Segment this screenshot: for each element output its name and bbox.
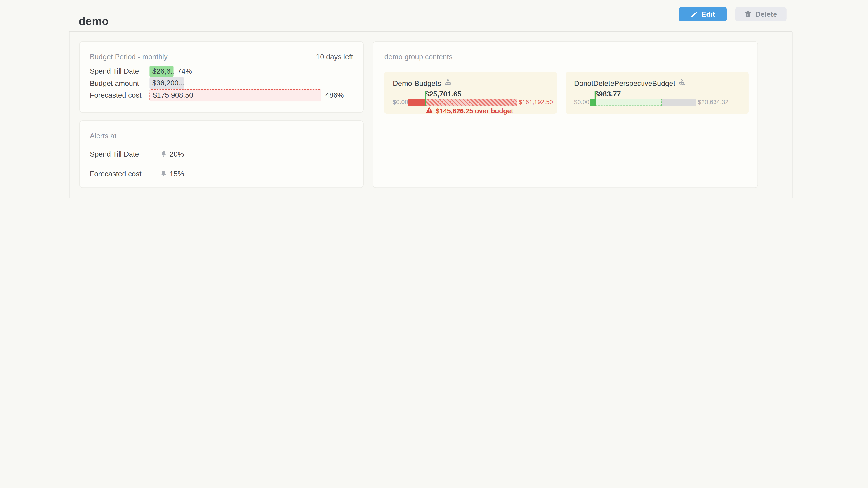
bar-segment-hatched-red [426, 99, 517, 106]
bar-segment-solid-red [408, 99, 426, 106]
delete-button-label: Delete [755, 10, 777, 18]
trash-icon [745, 11, 752, 18]
metric-label: Forecasted cost [90, 91, 149, 99]
content-right-edge [792, 32, 793, 198]
metric-label: Spend Till Date [90, 67, 149, 75]
header-divider [69, 31, 792, 32]
group-budget-name: Demo-Budgets [393, 79, 451, 88]
page-title: demo [79, 15, 109, 28]
metric-percent: 486% [325, 91, 344, 99]
budget-period-row: Spend Till Date$26,6...74% [90, 65, 355, 77]
alert-value: 15% [169, 169, 184, 177]
budget-period-card: Budget Period - monthly 10 days left Spe… [79, 41, 364, 113]
group-budget-name: DonotDeletePerspectiveBudget [574, 79, 685, 88]
group-budget-item[interactable]: Demo-Budgets$25,701.65$0.00$161,192.50$1… [384, 72, 557, 113]
bar-min-label: $0.00 [574, 99, 589, 105]
over-budget-line [517, 97, 517, 114]
budget-detail-page: demo Edit Delete Budget Period - monthly… [0, 0, 868, 198]
edit-button-label: Edit [702, 10, 715, 18]
group-budget-name-text: Demo-Budgets [393, 79, 441, 88]
bar-max-label: $20,634.32 [698, 99, 728, 105]
bar-max-label: $161,192.50 [519, 99, 553, 105]
group-contents-card: demo group contents Demo-Budgets$25,701.… [373, 41, 758, 188]
alert-row-spend-till-date: Spend Till Date 20% [90, 150, 184, 158]
alert-row-forecasted-cost: Forecasted cost 15% [90, 169, 184, 177]
bar-segment-dashed-green [595, 99, 662, 106]
budget-marker-line [595, 92, 596, 106]
metric-label: Budget amount [90, 79, 149, 88]
days-left-label: 10 days left [316, 53, 353, 61]
edit-button[interactable]: Edit [679, 7, 727, 21]
budget-marker-value: $983.77 [595, 90, 621, 98]
metric-value-box: $36,200.... [149, 78, 184, 89]
metric-value-box: $26,6... [149, 66, 174, 77]
content-left-edge [69, 32, 70, 198]
group-budget-item[interactable]: DonotDeletePerspectiveBudget$983.77$0.00… [565, 72, 748, 113]
budget-period-card-title: Budget Period - monthly [90, 53, 167, 61]
budget-progress-bar [408, 99, 517, 106]
warning-icon [426, 106, 433, 115]
hierarchy-icon [679, 79, 685, 88]
budget-progress-bar [590, 99, 696, 106]
alerts-card: Alerts at Spend Till Date 20% Forecasted… [79, 121, 364, 188]
bell-icon [161, 170, 167, 177]
metric-value-box: $175,908.50 [149, 89, 321, 101]
bell-icon [161, 151, 167, 157]
header-actions: Edit Delete [679, 7, 786, 21]
budget-period-row: Budget amount$36,200.... [90, 77, 355, 89]
budget-period-row: Forecasted cost$175,908.50486% [90, 89, 355, 101]
bar-segment-solid-green [590, 99, 595, 106]
delete-button[interactable]: Delete [735, 7, 786, 21]
over-budget-alert: $145,626.25 over budget [426, 106, 513, 115]
metric-percent: 74% [178, 67, 192, 75]
hierarchy-icon [444, 79, 451, 88]
budget-marker-value: $25,701.65 [425, 90, 462, 98]
alert-value: 20% [169, 150, 184, 158]
bar-min-label: $0.00 [393, 99, 408, 105]
alerts-card-title: Alerts at [90, 131, 116, 140]
bar-segment-gray [662, 99, 695, 106]
group-card-title: demo group contents [384, 53, 452, 61]
alert-label: Spend Till Date [90, 150, 160, 158]
group-budget-name-text: DonotDeletePerspectiveBudget [574, 79, 675, 88]
budget-marker-line [425, 92, 426, 106]
alert-label: Forecasted cost [90, 169, 160, 177]
over-budget-text: $145,626.25 over budget [436, 107, 513, 115]
pencil-icon [691, 11, 698, 18]
budget-period-rows: Spend Till Date$26,6...74%Budget amount$… [90, 65, 355, 101]
